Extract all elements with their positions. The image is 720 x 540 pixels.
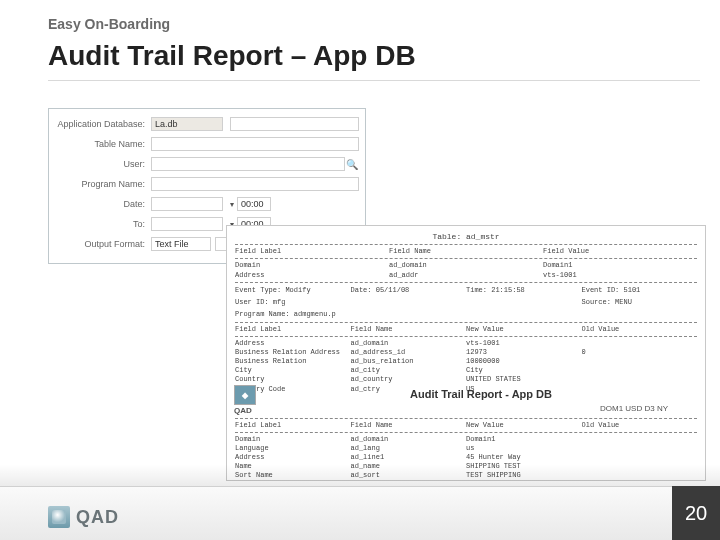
app-db-field[interactable]: La.db (151, 117, 223, 131)
qad-logo-text: QAD (76, 507, 119, 528)
output-format-field[interactable]: Text File (151, 237, 211, 251)
report-output: Table: ad_mstr Field Label Field Name Fi… (226, 225, 706, 481)
col-label: Field Name (351, 421, 467, 430)
chevron-down-icon[interactable]: ▾ (227, 200, 237, 209)
col-label: Field Name (351, 325, 467, 334)
report-row: Cityad_cityCity (235, 366, 697, 375)
report-header-4col: Field Label Field Name New Value Old Val… (235, 325, 697, 334)
footer: QAD 20 (0, 486, 720, 540)
report-header-3col: Field Label Field Name Field Value (235, 247, 697, 256)
table-name-label: Table Name: (55, 139, 151, 149)
report-rule (235, 322, 697, 323)
app-db-field-ext[interactable] (230, 117, 359, 131)
report-rule (235, 244, 697, 245)
date-label: Date: (55, 199, 151, 209)
report-inline-title: Audit Trail Report - App DB (410, 388, 552, 400)
user-field[interactable] (151, 157, 345, 171)
report-table-name: Table: ad_mstr (235, 232, 697, 242)
user-label: User: (55, 159, 151, 169)
event-meta: User ID: mfg Source: MENU (235, 298, 697, 307)
col-label: Field Label (235, 325, 351, 334)
search-icon[interactable]: 🔍 (345, 157, 359, 171)
col-label: Old Value (582, 325, 698, 334)
report-row: Business Relationad_bus_relation10000000 (235, 357, 697, 366)
col-label: New Value (466, 421, 582, 430)
report-row: Domain ad_domain Domain1 (235, 261, 697, 270)
output-format-label: Output Format: (55, 239, 151, 249)
program-name-field[interactable] (151, 177, 359, 191)
page-number: 20 (672, 486, 720, 540)
col-label: New Value (466, 325, 582, 334)
qad-logo: QAD (48, 506, 119, 528)
col-label: Old Value (582, 421, 698, 430)
program-name-label: Program Name: (55, 179, 151, 189)
col-label: Field Value (543, 247, 697, 256)
slide-subtitle: Easy On-Boarding (48, 16, 170, 32)
qad-logo-icon (48, 506, 70, 528)
col-label: Field Label (235, 247, 389, 256)
report-row: Languagead_langus (235, 444, 697, 453)
col-label: Field Label (235, 421, 351, 430)
footer-shadow (0, 464, 720, 486)
report-rule (235, 418, 697, 419)
report-rule (235, 282, 697, 283)
report-row: Countryad_countryUNITED STATES (235, 375, 697, 384)
to-field[interactable] (151, 217, 223, 231)
app-db-label: Application Database: (55, 119, 151, 129)
slide-title: Audit Trail Report – App DB (48, 40, 416, 72)
report-row: Addressad_domainvts-1001 (235, 339, 697, 348)
date-field[interactable] (151, 197, 223, 211)
report-rule (235, 336, 697, 337)
event-meta: Program Name: admgmenu.p (235, 310, 697, 319)
table-name-field[interactable] (151, 137, 359, 151)
to-label: To: (55, 219, 151, 229)
qad-mini-logo-icon: ◆ (234, 385, 256, 405)
report-inline-subtitle: DOM1 USD D3 NY (600, 404, 668, 413)
report-row: Address ad_addr vts-1001 (235, 271, 697, 280)
qad-mini-text: QAD (234, 406, 252, 415)
title-divider (48, 80, 700, 81)
report-row: Domainad_domainDomain1 (235, 435, 697, 444)
report-rule (235, 432, 697, 433)
col-label: Field Name (389, 247, 543, 256)
date-time-field[interactable]: 00:00 (237, 197, 271, 211)
report-row: Addressad_line145 Hunter Way (235, 453, 697, 462)
report-rule (235, 258, 697, 259)
event-meta: Event Type: Modify Date: 05/11/08 Time: … (235, 286, 697, 295)
report-header-4col: Field Label Field Name New Value Old Val… (235, 421, 697, 430)
report-row: Business Relation Addressad_address_id12… (235, 348, 697, 357)
